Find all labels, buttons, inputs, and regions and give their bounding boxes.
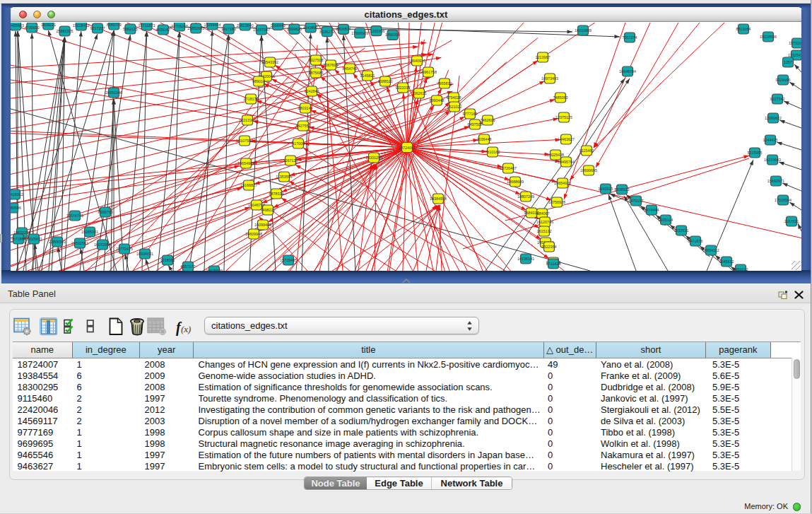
svg-text:25852685: 25852685 [187, 26, 204, 30]
svg-text:12093822: 12093822 [765, 116, 782, 120]
svg-text:9115460: 9115460 [579, 148, 594, 153]
svg-text:15180586: 15180586 [11, 206, 21, 210]
svg-text:9217207: 9217207 [90, 26, 105, 30]
svg-text:15720407: 15720407 [500, 166, 517, 170]
svg-text:10654112: 10654112 [702, 248, 719, 252]
svg-text:10025438: 10025438 [547, 153, 564, 157]
svg-text:3498222: 3498222 [261, 208, 276, 212]
svg-text:9777169: 9777169 [463, 112, 478, 116]
svg-text:1731426: 1731426 [546, 262, 561, 266]
svg-text:16543392: 16543392 [261, 60, 278, 64]
svg-text:18495764: 18495764 [558, 160, 575, 164]
svg-text:15692971: 15692971 [767, 179, 784, 183]
svg-text:10228452: 10228452 [73, 23, 90, 28]
svg-text:3875685: 3875685 [309, 71, 324, 75]
svg-text:19299464: 19299464 [204, 23, 220, 27]
svg-text:9146821: 9146821 [360, 74, 375, 78]
svg-text:1218062: 1218062 [160, 258, 175, 262]
svg-text:19285201: 19285201 [81, 230, 98, 234]
svg-text:4439167: 4439167 [155, 28, 170, 32]
svg-text:3917183: 3917183 [221, 27, 236, 31]
svg-text:16099489: 16099489 [254, 223, 271, 227]
svg-text:9227342: 9227342 [770, 97, 785, 101]
svg-text:15076749: 15076749 [66, 214, 83, 218]
svg-text:8336273: 8336273 [319, 30, 334, 34]
svg-text:9329966: 9329966 [776, 78, 791, 82]
svg-text:16648784: 16648784 [619, 69, 636, 74]
svg-text:6357277: 6357277 [181, 264, 196, 269]
svg-text:12416912: 12416912 [11, 192, 23, 197]
svg-text:15751074: 15751074 [789, 41, 801, 45]
svg-text:7671884: 7671884 [11, 237, 26, 241]
svg-text:1621022: 1621022 [447, 105, 462, 109]
svg-text:1890399: 1890399 [385, 33, 400, 37]
svg-text:18724007: 18724007 [399, 146, 416, 150]
svg-text:24532561: 24532561 [71, 241, 88, 245]
svg-text:5215955: 5215955 [748, 151, 763, 155]
svg-text:16120746: 16120746 [536, 220, 553, 224]
svg-text:25711873: 25711873 [139, 23, 155, 28]
svg-text:25025631: 25025631 [25, 237, 42, 241]
svg-text:7610162: 7610162 [486, 150, 500, 154]
svg-text:23706266: 23706266 [171, 24, 188, 28]
svg-text:16072954: 16072954 [94, 243, 111, 247]
svg-text:5682115: 5682115 [123, 27, 138, 31]
svg-text:2935114: 2935114 [659, 218, 673, 222]
svg-text:15157347: 15157347 [253, 28, 270, 32]
svg-text:9327508: 9327508 [309, 58, 324, 62]
svg-text:12375125: 12375125 [555, 115, 572, 119]
svg-text:25882305: 25882305 [57, 29, 73, 33]
svg-text:12213369: 12213369 [239, 118, 256, 122]
svg-text:19384554: 19384554 [430, 197, 447, 201]
svg-text:22455603: 22455603 [11, 23, 24, 28]
svg-text:4735650: 4735650 [25, 25, 40, 30]
svg-text:1999828: 1999828 [287, 27, 302, 31]
svg-text:17956909: 17956909 [351, 31, 368, 35]
svg-text:1167531: 1167531 [784, 219, 799, 223]
svg-text:6497508: 6497508 [468, 122, 483, 127]
svg-text:20772475: 20772475 [116, 247, 133, 251]
svg-text:1640915: 1640915 [599, 187, 613, 191]
svg-text:8427552: 8427552 [296, 124, 311, 128]
svg-text:989014: 989014 [252, 79, 265, 83]
svg-text:1839221: 1839221 [41, 23, 56, 27]
svg-text:417006: 417006 [292, 141, 305, 146]
svg-text:3267130: 3267130 [283, 158, 298, 163]
svg-text:18640910: 18640910 [408, 59, 425, 63]
svg-text:2036448: 2036448 [477, 137, 492, 141]
svg-text:24425670: 24425670 [206, 269, 223, 271]
svg-text:10107552: 10107552 [236, 139, 253, 143]
svg-text:18300295: 18300295 [365, 156, 382, 160]
svg-text:2803144: 2803144 [298, 106, 313, 110]
svg-text:8990448: 8990448 [430, 98, 445, 103]
svg-text:9684012: 9684012 [524, 211, 539, 215]
svg-text:2367608: 2367608 [324, 63, 339, 67]
svg-text:10756928: 10756928 [548, 200, 565, 204]
svg-text:10973493: 10973493 [541, 76, 558, 81]
svg-text:11353594: 11353594 [276, 175, 293, 179]
svg-text:10688609: 10688609 [507, 180, 524, 184]
svg-text:16961758: 16961758 [420, 70, 437, 74]
svg-text:9450012: 9450012 [734, 267, 748, 271]
svg-text:16210643: 16210643 [764, 158, 781, 162]
svg-text:8878334: 8878334 [269, 192, 284, 196]
svg-text:9245612: 9245612 [719, 259, 734, 264]
svg-text:13325419: 13325419 [788, 53, 801, 57]
svg-text:4143890: 4143890 [303, 25, 318, 30]
svg-text:21200396: 21200396 [367, 29, 384, 33]
svg-text:8938923: 8938923 [615, 187, 630, 192]
svg-text:8396759: 8396759 [98, 210, 113, 214]
svg-text:8489709: 8489709 [107, 23, 122, 27]
svg-text:20813640: 20813640 [237, 23, 254, 28]
svg-text:18807249: 18807249 [517, 194, 534, 199]
svg-text:1388520: 1388520 [378, 79, 393, 83]
svg-text:8454749: 8454749 [343, 66, 358, 71]
svg-text:1257: 1257 [784, 60, 792, 64]
svg-text:22806503: 22806503 [49, 240, 66, 244]
svg-text:19166827: 19166827 [240, 183, 257, 187]
svg-text:1362615: 1362615 [412, 91, 427, 95]
svg-text:17016504: 17016504 [775, 198, 792, 202]
svg-text:9794028: 9794028 [447, 95, 461, 100]
svg-text:9322037: 9322037 [396, 86, 411, 90]
svg-text:14609948: 14609948 [245, 232, 262, 236]
